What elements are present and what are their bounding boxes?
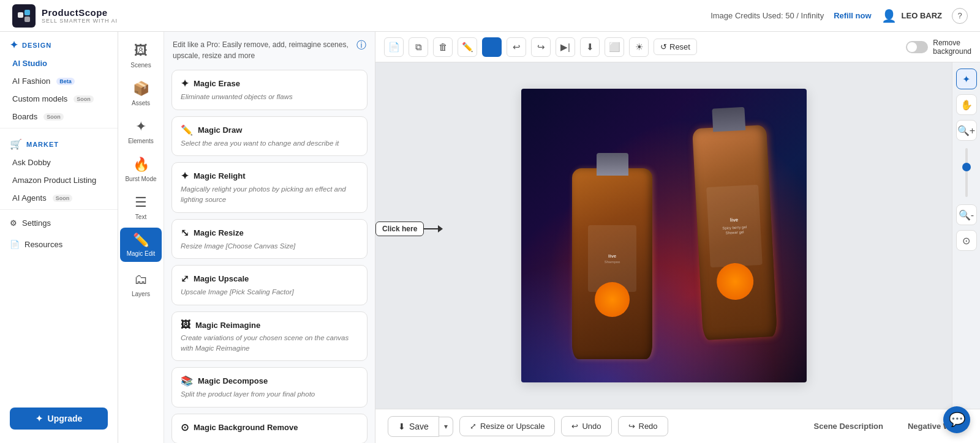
redo-button[interactable]: ↪ Redo — [618, 416, 668, 436]
icon-sidebar: 🖼 Scenes 📦 Assets ✦ Elements 🔥 Burst Mod… — [118, 32, 164, 443]
right-tool-sparkle[interactable]: ✦ — [956, 69, 977, 89]
tool-title-magic-upscale: ⤢ Magic Upscale — [181, 273, 358, 285]
toolbar-play-btn[interactable]: ▶| — [556, 37, 575, 57]
toolbar-undo-btn[interactable]: ↩ — [507, 37, 526, 57]
svg-rect-0 — [18, 12, 23, 18]
bottle-left: live Shampoo — [572, 168, 652, 359]
sidebar-text[interactable]: ☰ Text — [120, 190, 162, 225]
zoom-thumb[interactable] — [962, 163, 971, 171]
right-tool-hand[interactable]: ✋ — [956, 94, 977, 115]
sidebar-item-ai-agents[interactable]: AI Agents Soon — [0, 189, 118, 207]
logo-icon — [12, 4, 36, 28]
ai-fashion-badge: Beta — [56, 78, 75, 85]
tooltip-box: Click here — [375, 222, 424, 236]
right-tool-zoom-in[interactable]: 🔍+ — [956, 120, 977, 141]
top-header: ProductScope SELL SMARTER WITH AI Image … — [0, 0, 980, 32]
product-image: live Shampoo live Spicy berry gelShower … — [521, 89, 807, 382]
tool-card-magic-bg-remove[interactable]: ⊙ Magic Background Remove — [172, 414, 368, 443]
remove-bg-toggle: Removebackground — [906, 39, 971, 56]
sidebar-scenes[interactable]: 🖼 Scenes — [120, 38, 162, 73]
tooltip-area: Click here — [375, 222, 442, 236]
canvas-bottom-bar: ⬇ Save ▾ ⤢ Resize or Upscale ↩ Undo ↪ Re… — [375, 409, 980, 443]
user-area[interactable]: 👤 LEO BARZ — [881, 9, 942, 23]
sidebar-layers[interactable]: 🗂 Layers — [120, 267, 162, 302]
left-sidebar: ✦ DESIGN AI Studio AI Fashion Beta Custo… — [0, 32, 118, 443]
remove-bg-label: Removebackground — [933, 39, 971, 56]
sidebar-resources[interactable]: 📄 Resources — [0, 234, 118, 255]
magic-relight-icon: ✦ — [181, 170, 189, 182]
credits-text: Image Credits Used: 50 / Infinity — [710, 11, 824, 20]
sidebar-divider-1 — [0, 128, 118, 128]
save-button[interactable]: ⬇ Save — [388, 416, 439, 437]
canvas-right-tools: ✦ ✋ 🔍+ 🔍- ⊙ — [952, 62, 980, 409]
tool-desc-magic-draw: Select the area you want to change and d… — [181, 138, 358, 149]
upgrade-button[interactable]: ✦ Upgrade — [10, 408, 108, 430]
assets-icon: 📦 — [133, 81, 149, 97]
sidebar-item-amazon[interactable]: Amazon Product Listing — [0, 171, 118, 189]
tool-desc-magic-upscale: Upscale Image [Pick Scaling Factor] — [181, 287, 358, 297]
toolbar-reset-btn[interactable]: ↺ Reset — [654, 39, 697, 55]
layers-icon: 🗂 — [134, 272, 148, 288]
sidebar-assets[interactable]: 📦 Assets — [120, 76, 162, 111]
magic-edit-icon: ✏️ — [133, 233, 149, 248]
scenes-icon: 🖼 — [134, 43, 148, 59]
remove-bg-switch[interactable] — [906, 41, 928, 53]
save-dropdown-btn[interactable]: ▾ — [439, 417, 453, 436]
sidebar-item-ai-fashion[interactable]: AI Fashion Beta — [0, 72, 118, 90]
sidebar-elements[interactable]: ✦ Elements — [120, 114, 162, 149]
tool-card-magic-relight[interactable]: ✦ Magic Relight Magically relight your p… — [172, 162, 368, 212]
right-tool-zoom-out[interactable]: 🔍- — [956, 204, 977, 225]
boards-badge: Soon — [43, 113, 64, 121]
tool-desc-magic-erase: Eliminate unwanted objects or flaws — [181, 92, 358, 102]
toolbar-sun-btn[interactable]: ☀ — [629, 37, 649, 57]
undo-button[interactable]: ↩ Undo — [561, 416, 611, 436]
chat-bubble[interactable]: 💬 — [943, 406, 970, 433]
user-name: LEO BARZ — [902, 11, 942, 20]
resize-upscale-button[interactable]: ⤢ Resize or Upscale — [459, 416, 556, 436]
sidebar-item-ai-studio[interactable]: AI Studio — [0, 54, 118, 72]
logo-area: ProductScope SELL SMARTER WITH AI — [12, 4, 118, 28]
zoom-slider[interactable] — [965, 146, 968, 199]
elements-icon: ✦ — [135, 119, 146, 135]
canvas-main: live Shampoo live Spicy berry gelShower … — [375, 62, 952, 409]
user-icon: 👤 — [881, 9, 897, 23]
save-btn-group: ⬇ Save ▾ — [388, 416, 453, 437]
toolbar-frame-btn[interactable]: ⬜ — [605, 37, 624, 57]
middle-panel: 🖼 Scenes 📦 Assets ✦ Elements 🔥 Burst Mod… — [118, 32, 375, 443]
canvas-area: 📄 ⧉ 🗑 ✏️ ↩ ↪ ▶| ⬇ ⬜ ☀ ↺ Reset Removeback… — [375, 32, 980, 443]
scene-description-label: Scene Description — [814, 422, 883, 431]
tool-card-magic-erase[interactable]: ✦ Magic Erase Eliminate unwanted objects… — [172, 70, 368, 110]
magic-erase-icon: ✦ — [181, 78, 189, 89]
sidebar-item-custom-models[interactable]: Custom models Soon — [0, 90, 118, 108]
help-button[interactable]: ? — [952, 8, 968, 24]
toolbar-edit-btn[interactable]: ✏️ — [458, 37, 477, 57]
tool-title-magic-draw: ✏️ Magic Draw — [181, 124, 358, 136]
magic-draw-icon: ✏️ — [181, 124, 193, 136]
tool-desc-magic-reimagine: Create variations of your chosen scene o… — [181, 333, 358, 353]
sidebar-item-ask-dobby[interactable]: Ask Dobby — [0, 154, 118, 171]
canvas-bg: live Shampoo live Spicy berry gelShower … — [521, 89, 807, 382]
refill-button[interactable]: Refill now — [834, 11, 871, 20]
magic-upscale-icon: ⤢ — [181, 273, 189, 285]
tooltip-arrow-line — [424, 228, 442, 229]
toolbar-redo-btn[interactable]: ↪ — [531, 37, 551, 57]
sidebar-item-boards[interactable]: Boards Soon — [0, 108, 118, 125]
tool-card-magic-upscale[interactable]: ⤢ Magic Upscale Upscale Image [Pick Scal… — [172, 265, 368, 305]
tool-card-magic-draw[interactable]: ✏️ Magic Draw Select the area you want t… — [172, 116, 368, 157]
tool-card-magic-reimagine[interactable]: 🖼 Magic Reimagine Create variations of y… — [172, 311, 368, 361]
toolbar-delete-btn[interactable]: 🗑 — [433, 37, 453, 57]
orange-dot-left — [595, 282, 630, 317]
sidebar-burst-mode[interactable]: 🔥 Burst Mode — [120, 152, 162, 187]
sidebar-magic-edit[interactable]: ✏️ Magic Edit — [120, 228, 162, 262]
magic-decompose-icon: 📚 — [181, 375, 193, 387]
sidebar-settings[interactable]: ⚙ Settings — [0, 212, 118, 234]
info-icon[interactable]: ⓘ — [356, 39, 366, 52]
toolbar-file-btn[interactable]: 📄 — [384, 37, 404, 57]
ai-agents-badge: Soon — [53, 195, 73, 202]
toolbar-color-swatch[interactable] — [482, 37, 502, 57]
right-tool-target[interactable]: ⊙ — [956, 230, 977, 251]
tool-card-magic-resize[interactable]: ⤡ Magic Resize Resize Image [Choose Canv… — [172, 219, 368, 259]
toolbar-copy-btn[interactable]: ⧉ — [409, 37, 428, 57]
toolbar-align-btn[interactable]: ⬇ — [580, 37, 600, 57]
tool-card-magic-decompose[interactable]: 📚 Magic Decompose Split the product laye… — [172, 367, 368, 408]
